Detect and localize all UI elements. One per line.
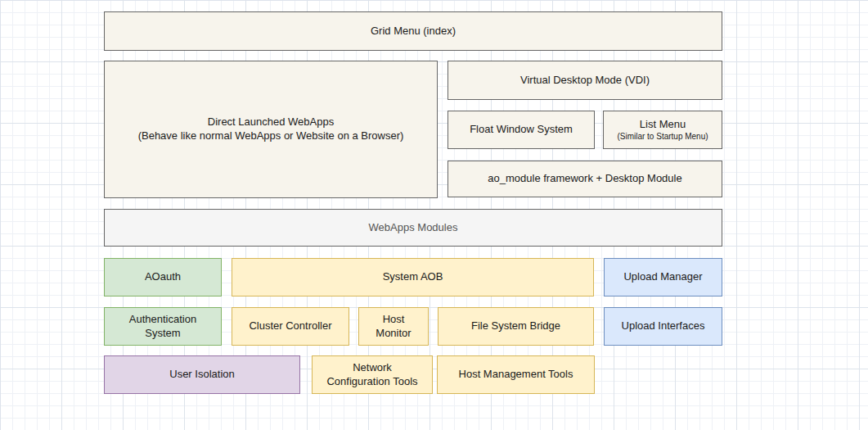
box-label: Authentication System — [124, 313, 201, 341]
box-file-system-bridge: File System Bridge — [438, 307, 594, 346]
box-host-management-tools: Host Management Tools — [437, 355, 595, 394]
box-label: Cluster Controller — [244, 319, 336, 333]
box-list-menu: List Menu (Similar to Startup Menu) — [603, 111, 722, 149]
box-grid-menu: Grid Menu (index) — [104, 11, 722, 51]
box-label: Network Configuration Tools — [322, 361, 422, 389]
box-float-window-system: Float Window System — [447, 111, 595, 149]
box-label: Upload Manager — [618, 270, 707, 284]
box-network-configuration-tools: Network Configuration Tools — [312, 355, 433, 394]
box-label: System AOB — [378, 270, 448, 284]
diagram-canvas: Grid Menu (index) Direct Launched WebApp… — [0, 0, 868, 430]
box-label: List Menu — [635, 118, 690, 132]
box-virtual-desktop-mode: Virtual Desktop Mode (VDI) — [447, 61, 722, 100]
box-label: Host Management Tools — [454, 368, 578, 382]
box-upload-interfaces: Upload Interfaces — [604, 307, 722, 346]
box-label: File System Bridge — [466, 319, 565, 333]
box-host-monitor: Host Monitor — [358, 307, 429, 346]
box-label: Virtual Desktop Mode (VDI) — [515, 74, 654, 88]
box-label: ao_module framework + Desktop Module — [483, 172, 686, 186]
box-ao-module-framework: ao_module framework + Desktop Module — [447, 161, 722, 197]
box-cluster-controller: Cluster Controller — [232, 307, 349, 346]
box-sublabel: (Similar to Startup Menu) — [614, 131, 711, 142]
box-label: WebApps Modules — [364, 221, 463, 235]
box-label: Direct Launched WebApps (Behave like nor… — [133, 115, 409, 143]
box-label: AOauth — [140, 270, 186, 284]
box-user-isolation: User Isolation — [104, 355, 300, 394]
box-direct-launched-webapps: Direct Launched WebApps (Behave like nor… — [104, 61, 438, 198]
box-label: Grid Menu (index) — [366, 25, 461, 38]
box-aoauth: AOauth — [104, 258, 222, 296]
box-system-aob: System AOB — [232, 258, 594, 296]
box-label: Float Window System — [465, 123, 578, 137]
box-label: Host Monitor — [371, 313, 416, 341]
box-upload-manager: Upload Manager — [604, 258, 722, 296]
box-label: User Isolation — [164, 368, 239, 382]
box-authentication-system: Authentication System — [104, 307, 222, 346]
box-label: Upload Interfaces — [617, 319, 710, 333]
box-webapps-modules: WebApps Modules — [104, 209, 722, 247]
